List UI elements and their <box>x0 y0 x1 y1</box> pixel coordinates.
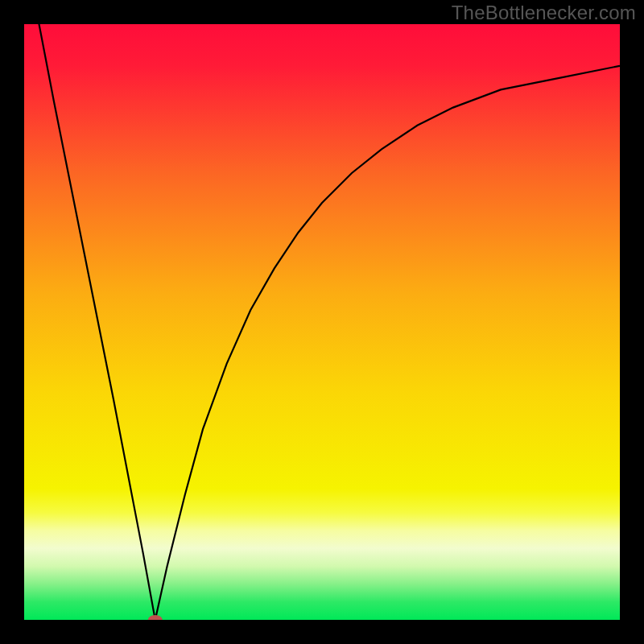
plot-svg <box>24 24 620 620</box>
gradient-background <box>24 24 620 620</box>
plot-area <box>24 24 620 620</box>
chart-frame: TheBottlenecker.com <box>0 0 644 644</box>
watermark-text: TheBottlenecker.com <box>452 2 636 24</box>
